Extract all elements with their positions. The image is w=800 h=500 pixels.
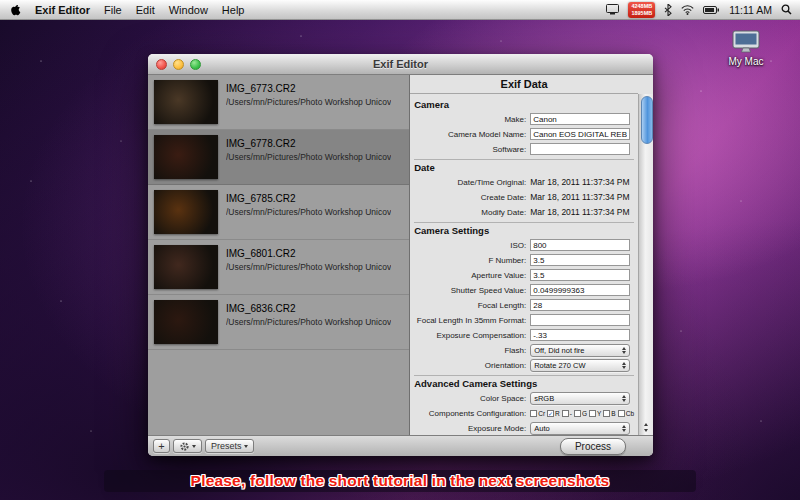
presets-button[interactable]: Presets <box>205 439 254 453</box>
checkbox[interactable]: B <box>603 410 615 417</box>
checkbox-box <box>589 410 596 417</box>
popup-down-icon <box>622 399 626 402</box>
menu-app-name[interactable]: Exif Editor <box>35 4 90 16</box>
form-row: F Number: <box>414 253 634 267</box>
field-label: Make: <box>414 115 530 124</box>
file-name: IMG_6836.CR2 <box>226 303 391 314</box>
window-title: Exif Editor <box>373 58 428 70</box>
file-meta: IMG_6785.CR2/Users/mn/Pictures/Photo Wor… <box>226 190 391 234</box>
display-menu-icon[interactable] <box>606 4 619 15</box>
checkbox[interactable]: Cb <box>618 410 634 417</box>
memory-badge[interactable]: 4248MB 1895MB <box>628 2 655 18</box>
form-row: Focal Length In 35mm Format: <box>414 313 634 327</box>
checkbox-label: - <box>570 410 572 417</box>
menu-window[interactable]: Window <box>169 4 208 16</box>
menu-file[interactable]: File <box>104 4 122 16</box>
checkbox[interactable]: ✓R <box>547 410 560 417</box>
popup-value: Rotate 270 CW <box>534 361 618 370</box>
field-label: Exposure Compensation: <box>414 331 530 340</box>
checkbox-label: Cb <box>626 410 634 417</box>
form-row: Shutter Speed Value: <box>414 283 634 297</box>
form-row: Software: <box>414 142 634 156</box>
checkbox-label: G <box>582 410 587 417</box>
scroll-down-icon[interactable] <box>644 429 648 432</box>
field-popup[interactable]: Auto <box>530 422 630 435</box>
field-value: Mar 18, 2011 11:37:34 PM <box>530 177 629 187</box>
section-header: Camera Settings <box>414 222 634 236</box>
popup-arrows-icon <box>618 362 629 369</box>
popup-up-icon <box>622 362 626 365</box>
memory-badge-used: 1895MB <box>631 10 652 17</box>
popup-down-icon <box>622 351 626 354</box>
desktop-icon-my-mac[interactable]: My Mac <box>714 30 778 67</box>
file-meta: IMG_6836.CR2/Users/mn/Pictures/Photo Wor… <box>226 300 391 344</box>
scrollbar-thumb[interactable] <box>641 96 653 144</box>
field-label: Flash: <box>414 346 530 355</box>
menu-edit[interactable]: Edit <box>136 4 155 16</box>
file-list-item[interactable]: IMG_6836.CR2/Users/mn/Pictures/Photo Wor… <box>148 295 409 350</box>
field-input[interactable] <box>530 113 630 125</box>
scrollbar[interactable] <box>638 94 653 435</box>
file-path: /Users/mn/Pictures/Photo Workshop Unicov <box>226 97 391 107</box>
popup-value: Off, Did not fire <box>534 346 618 355</box>
popup-arrows-icon <box>618 425 629 432</box>
action-menu-button[interactable] <box>173 439 202 453</box>
field-popup[interactable]: Off, Did not fire <box>530 344 630 357</box>
menubar-clock[interactable]: 11:11 AM <box>729 4 772 16</box>
popup-up-icon <box>622 347 626 350</box>
chevron-down-icon <box>244 445 248 448</box>
field-input[interactable] <box>530 269 630 281</box>
checkbox[interactable]: G <box>574 410 587 417</box>
minimize-button[interactable] <box>173 59 184 70</box>
wifi-icon[interactable] <box>681 5 694 15</box>
window-titlebar[interactable]: Exif Editor <box>148 54 653 75</box>
field-label: Focal Length In 35mm Format: <box>414 316 530 325</box>
bluetooth-icon[interactable] <box>664 4 672 16</box>
field-input[interactable] <box>530 284 630 296</box>
process-button[interactable]: Process <box>560 438 626 455</box>
presets-label: Presets <box>211 441 242 451</box>
form-row: Exposure Compensation: <box>414 328 634 342</box>
field-input[interactable] <box>530 254 630 266</box>
add-file-button[interactable]: + <box>153 439 170 453</box>
form-row: Modify Date:Mar 18, 2011 11:37:34 PM <box>414 205 634 219</box>
field-label: Aperture Value: <box>414 271 530 280</box>
field-label: Date/Time Original: <box>414 178 530 187</box>
tutorial-banner: Please, follow the short tutorial in the… <box>104 470 696 492</box>
zoom-button[interactable] <box>190 59 201 70</box>
components-checkboxes: Cr✓R-GYBCb <box>530 410 634 417</box>
field-input[interactable] <box>530 128 630 140</box>
field-label: F Number: <box>414 256 530 265</box>
menu-help[interactable]: Help <box>222 4 245 16</box>
field-input[interactable] <box>530 329 630 341</box>
file-list-item[interactable]: IMG_6778.CR2/Users/mn/Pictures/Photo Wor… <box>148 130 409 185</box>
file-thumbnail <box>154 80 218 124</box>
field-input[interactable] <box>530 314 630 326</box>
popup-arrows-icon <box>618 395 629 402</box>
exif-editor-window: Exif Editor IMG_6773.CR2/Users/mn/Pictur… <box>148 54 653 456</box>
battery-icon[interactable] <box>703 6 720 14</box>
field-popup[interactable]: Rotate 270 CW <box>530 359 630 372</box>
form-row: Components Configuration:Cr✓R-GYBCb <box>414 406 634 420</box>
field-popup[interactable]: sRGB <box>530 392 630 405</box>
file-list-item[interactable]: IMG_6773.CR2/Users/mn/Pictures/Photo Wor… <box>148 75 409 130</box>
spotlight-icon[interactable] <box>781 4 792 15</box>
field-input[interactable] <box>530 239 630 251</box>
apple-menu-icon[interactable] <box>10 3 21 16</box>
checkbox[interactable]: - <box>562 410 572 417</box>
file-meta: IMG_6778.CR2/Users/mn/Pictures/Photo Wor… <box>226 135 391 179</box>
tutorial-banner-text: Please, follow the short tutorial in the… <box>191 472 610 490</box>
file-list-item[interactable]: IMG_6785.CR2/Users/mn/Pictures/Photo Wor… <box>148 185 409 240</box>
checkbox[interactable]: Cr <box>530 410 545 417</box>
checkbox[interactable]: Y <box>589 410 601 417</box>
file-name: IMG_6785.CR2 <box>226 193 391 204</box>
scroll-up-icon[interactable] <box>644 423 648 426</box>
form-row: Flash:Off, Did not fire <box>414 343 634 357</box>
file-list-item[interactable]: IMG_6801.CR2/Users/mn/Pictures/Photo Wor… <box>148 240 409 295</box>
field-input[interactable] <box>530 143 630 155</box>
checkbox-label: Cr <box>538 410 545 417</box>
close-button[interactable] <box>156 59 167 70</box>
field-label: Orientation: <box>414 361 530 370</box>
field-input[interactable] <box>530 299 630 311</box>
checkbox-label: R <box>555 410 560 417</box>
